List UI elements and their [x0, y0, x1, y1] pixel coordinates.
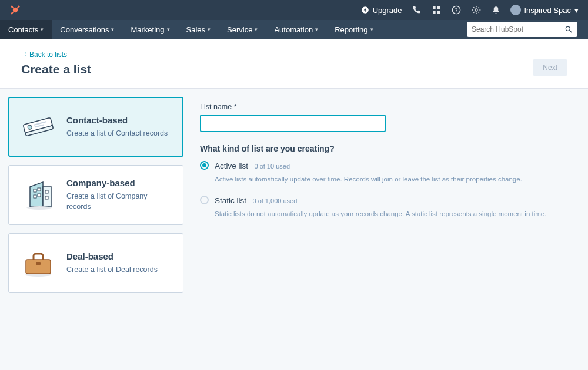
card-title: Company-based	[66, 178, 172, 188]
radio-unselected-icon	[200, 196, 209, 204]
list-kind-heading: What kind of list are you creating?	[200, 144, 572, 153]
page-title: Create a list	[21, 62, 91, 76]
avatar	[510, 5, 521, 15]
nav-contacts[interactable]: Contacts▾	[0, 20, 52, 39]
card-desc: Create a list of Deal records	[66, 265, 158, 275]
global-search[interactable]	[467, 22, 577, 37]
svg-rect-8	[433, 6, 436, 9]
nav-reporting[interactable]: Reporting▾	[326, 20, 381, 39]
notifications-icon[interactable]	[490, 4, 502, 16]
card-title: Contact-based	[66, 115, 168, 125]
account-menu[interactable]: Inspired Spac ▾	[510, 5, 579, 15]
nav-service[interactable]: Service▾	[219, 20, 266, 39]
back-to-lists-link[interactable]: 〈 Back to lists	[21, 51, 67, 59]
svg-rect-32	[36, 262, 41, 265]
chevron-down-icon: ▾	[167, 26, 170, 32]
svg-rect-11	[437, 11, 440, 14]
radio-static-list[interactable]: Static list 0 of 1,000 used	[200, 195, 572, 206]
svg-rect-24	[34, 189, 36, 192]
svg-rect-28	[45, 190, 48, 193]
nav-marketing[interactable]: Marketing▾	[122, 20, 178, 39]
radio-selected-icon	[200, 161, 209, 170]
upgrade-button[interactable]: Upgrade	[361, 6, 402, 15]
chevron-down-icon: ▾	[208, 26, 211, 32]
next-button[interactable]: Next	[533, 59, 567, 76]
svg-line-5	[16, 7, 18, 9]
account-name: Inspired Spac	[524, 6, 572, 15]
help-icon[interactable]: ?	[450, 4, 462, 16]
company-icon	[19, 176, 57, 214]
deal-icon	[19, 244, 57, 282]
svg-line-16	[570, 31, 572, 33]
search-icon	[564, 25, 573, 33]
usage-text: 0 of 1,000 used	[252, 197, 297, 204]
nav-sales[interactable]: Sales▾	[178, 20, 219, 39]
svg-rect-9	[437, 6, 440, 9]
svg-line-6	[12, 11, 14, 13]
svg-point-15	[566, 26, 570, 31]
settings-icon[interactable]	[470, 4, 482, 16]
radio-label: Active list	[215, 162, 248, 170]
svg-text:?: ?	[455, 7, 457, 13]
radio-active-list[interactable]: Active list 0 of 10 used	[200, 160, 572, 171]
nav-conversations[interactable]: Conversations▾	[52, 20, 122, 39]
hubspot-logo-icon[interactable]	[9, 4, 21, 16]
chevron-down-icon: ▾	[574, 6, 579, 15]
list-type-deal[interactable]: Deal-based Create a list of Deal records	[8, 233, 183, 293]
svg-line-4	[12, 7, 14, 9]
card-desc: Create a list of Company records	[66, 191, 172, 212]
radio-desc: Active lists automatically update over t…	[215, 174, 572, 184]
svg-marker-22	[30, 182, 43, 207]
svg-rect-25	[38, 188, 41, 191]
card-desc: Create a list of Contact records	[66, 129, 168, 139]
list-name-label: List name *	[200, 103, 572, 111]
search-input[interactable]	[472, 25, 561, 33]
card-title: Deal-based	[66, 251, 158, 261]
contact-icon	[19, 108, 57, 146]
list-name-input[interactable]	[200, 115, 386, 132]
svg-point-14	[475, 9, 477, 11]
chevron-down-icon: ▾	[315, 26, 318, 32]
calling-icon[interactable]	[410, 4, 422, 16]
marketplace-icon[interactable]	[430, 4, 442, 16]
radio-label: Static list	[215, 196, 246, 205]
upgrade-label: Upgrade	[373, 6, 402, 15]
nav-automation[interactable]: Automation▾	[266, 20, 326, 39]
usage-text: 0 of 10 used	[254, 163, 290, 170]
radio-desc: Static lists do not automatically update…	[215, 209, 572, 219]
svg-point-30	[26, 206, 52, 210]
list-type-company[interactable]: Company-based Create a list of Company r…	[8, 165, 183, 225]
chevron-down-icon: ▾	[41, 26, 44, 32]
chevron-down-icon: ▾	[255, 26, 258, 32]
chevron-down-icon: ▾	[370, 26, 373, 32]
list-type-contact[interactable]: Contact-based Create a list of Contact r…	[8, 97, 183, 157]
chevron-down-icon: ▾	[111, 26, 114, 32]
svg-rect-29	[45, 196, 48, 199]
svg-rect-27	[38, 194, 41, 197]
chevron-left-icon: 〈	[21, 51, 27, 59]
svg-rect-10	[433, 11, 436, 14]
svg-rect-26	[34, 195, 36, 198]
